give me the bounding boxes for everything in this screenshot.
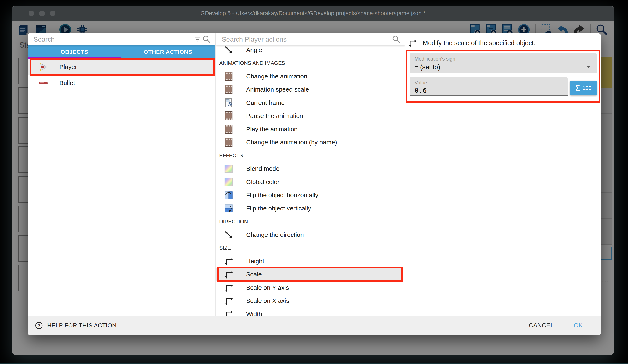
- tab-other-actions[interactable]: OTHER ACTIONS: [121, 45, 215, 59]
- action-item-blend-mode[interactable]: Blend mode: [216, 162, 401, 176]
- help-button[interactable]: ? HELP FOR THIS ACTION: [34, 321, 117, 330]
- resize-icon: [224, 283, 234, 293]
- action-item-play-the-animation[interactable]: Play the animation: [216, 122, 401, 136]
- ok-button[interactable]: OK: [574, 322, 583, 329]
- action-item-label: Animation speed scale: [246, 86, 309, 93]
- resize-icon: [224, 270, 234, 279]
- action-item-change-the-direction[interactable]: Change the direction: [216, 228, 401, 242]
- action-item-animation-speed-scale[interactable]: Animation speed scale: [216, 83, 401, 96]
- expression-editor-button[interactable]: Σ 123: [570, 81, 597, 95]
- action-description: Modify the scale of the specified object…: [423, 39, 535, 47]
- object-item-label: Player: [59, 63, 77, 70]
- action-parameters-panel: Modify the scale of the specified object…: [406, 33, 601, 315]
- action-search-input[interactable]: [216, 36, 392, 43]
- action-item-flip-the-object-horizontally[interactable]: Flip the object horizontally: [216, 189, 401, 202]
- action-item-label: Flip the object horizontally: [246, 191, 318, 199]
- action-item-flip-the-object-vertically[interactable]: Flip the object vertically: [216, 202, 401, 215]
- film-icon: [224, 124, 234, 134]
- action-editor-dialog: OBJECTS OTHER ACTIONS PlayerBullet Angle…: [28, 33, 601, 335]
- action-item-pause-the-animation[interactable]: Pause the animation: [216, 109, 401, 123]
- close-window-icon[interactable]: [28, 11, 34, 16]
- minimize-window-icon[interactable]: [39, 11, 45, 16]
- action-section-direction: DIRECTION: [216, 215, 401, 228]
- resize-icon: [224, 256, 234, 266]
- action-item-label: Current frame: [246, 99, 285, 106]
- action-item-label: Change the animation: [246, 73, 307, 80]
- action-item-label: Width: [246, 310, 262, 315]
- diag-arrow-icon: [224, 230, 234, 240]
- action-item-label: Scale on X axis: [246, 297, 289, 304]
- flip-v-icon: [224, 204, 234, 213]
- action-search-bar: [216, 33, 405, 45]
- film-icon: [224, 137, 234, 147]
- action-item-label: Play the animation: [246, 126, 298, 133]
- action-item-change-the-animation[interactable]: Change the animation: [216, 70, 401, 83]
- screenshot-canvas: GDevelop 5 - /Users/dkarakay/Documents/G…: [0, 0, 628, 364]
- action-section-effects: EFFECTS: [216, 149, 401, 162]
- action-item-label: Blend mode: [246, 165, 279, 172]
- resize-icon: [408, 38, 417, 48]
- film-icon: [224, 85, 234, 94]
- help-circle-icon: ?: [34, 321, 44, 330]
- action-section-animations-and-images: ANIMATIONS AND IMAGES: [216, 57, 401, 70]
- action-item-label: Change the animation (by name): [246, 139, 337, 146]
- flip-h-icon: [224, 190, 234, 200]
- object-panel: OBJECTS OTHER ACTIONS PlayerBullet: [28, 33, 215, 315]
- action-item-change-the-animation-by-name[interactable]: Change the animation (by name): [216, 136, 401, 149]
- bullet-icon: [38, 78, 48, 88]
- gradient-icon: [224, 164, 234, 174]
- action-item-scale-on-x-axis[interactable]: Scale on X axis: [216, 294, 401, 308]
- object-list: PlayerBullet: [28, 59, 215, 315]
- modification-sign-dropdown[interactable]: Modification's sign = (set to): [410, 53, 597, 73]
- action-section-size: SIZE: [216, 242, 401, 255]
- action-item-current-frame[interactable]: Current frame: [216, 96, 401, 109]
- titlebar: GDevelop 5 - /Users/dkarakay/Documents/G…: [12, 6, 614, 21]
- action-item-label: Scale: [246, 271, 262, 278]
- panel-divider: [215, 33, 216, 315]
- cancel-button[interactable]: CANCEL: [529, 322, 554, 329]
- object-search-bar: [28, 33, 215, 45]
- search-icon: [202, 35, 211, 44]
- action-item-scale-on-y-axis[interactable]: Scale on Y axis: [216, 281, 401, 294]
- action-item-label: Global color: [246, 179, 279, 185]
- object-item-bullet[interactable]: Bullet: [28, 75, 215, 91]
- object-tabs: OBJECTS OTHER ACTIONS: [28, 45, 215, 59]
- gradient-icon: [224, 177, 234, 187]
- actions-panel: AngleANIMATIONS AND IMAGESChange the ani…: [216, 33, 405, 315]
- action-list: AngleANIMATIONS AND IMAGESChange the ani…: [216, 43, 401, 315]
- action-item-label: Scale on Y axis: [246, 284, 289, 291]
- diag-arrow-icon: [224, 45, 234, 55]
- film-icon: [224, 111, 234, 121]
- player-ship-icon: [38, 62, 48, 72]
- window-title: GDevelop 5 - /Users/dkarakay/Documents/G…: [201, 10, 425, 17]
- frame-icon: [224, 98, 234, 108]
- sigma-icon: Σ: [575, 84, 580, 93]
- value-field[interactable]: Value 0.6: [410, 76, 568, 96]
- tab-objects[interactable]: OBJECTS: [28, 45, 121, 59]
- resize-icon: [224, 296, 234, 305]
- action-item-label: Pause the animation: [246, 112, 303, 120]
- search-icon: [392, 35, 401, 44]
- action-item-label: Height: [246, 258, 264, 265]
- object-item-label: Bullet: [59, 79, 75, 87]
- object-item-player[interactable]: Player: [28, 59, 215, 75]
- film-icon: [224, 71, 234, 81]
- active-tab-underline: [28, 58, 121, 59]
- action-item-label: Flip the object vertically: [246, 205, 311, 212]
- filter-icon[interactable]: [193, 35, 202, 44]
- action-item-label: Angle: [246, 46, 262, 54]
- svg-text:?: ?: [37, 323, 40, 328]
- action-item-scale[interactable]: Scale: [216, 268, 401, 281]
- resize-icon: [224, 309, 234, 315]
- action-item-global-color[interactable]: Global color: [216, 175, 401, 189]
- chevron-down-icon: [586, 64, 591, 70]
- zoom-window-icon[interactable]: [50, 11, 55, 16]
- action-header: Modify the scale of the specified object…: [408, 38, 535, 48]
- action-item-width[interactable]: Width: [216, 307, 401, 315]
- action-item-height[interactable]: Height: [216, 255, 401, 268]
- dialog-footer: ? HELP FOR THIS ACTION CANCEL OK: [28, 315, 601, 335]
- traffic-lights: [28, 6, 55, 21]
- action-item-label: Change the direction: [246, 231, 304, 238]
- object-search-input[interactable]: [28, 36, 193, 43]
